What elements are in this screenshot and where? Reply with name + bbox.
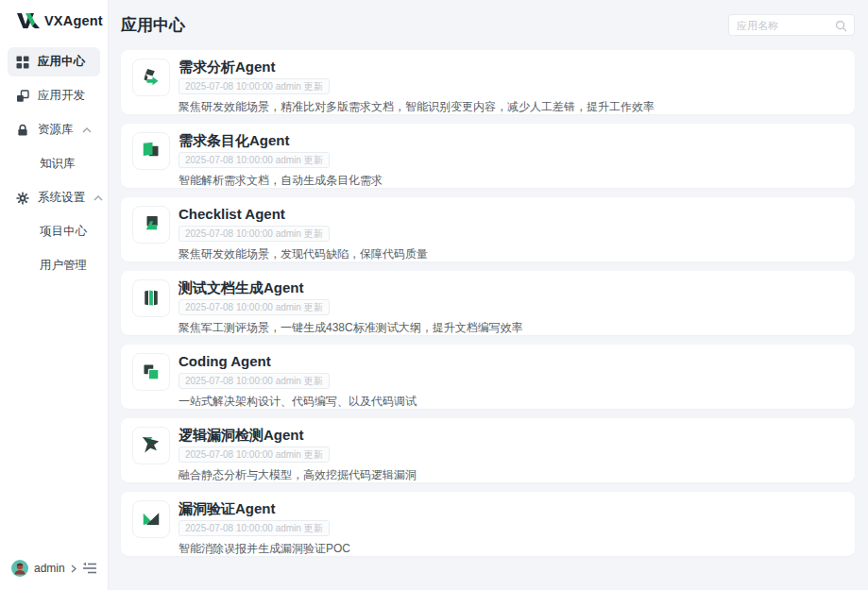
- card-description: 智能解析需求文档，自动生成条目化需求: [179, 174, 840, 187]
- username: admin: [34, 562, 65, 575]
- checklist-icon-box: [132, 206, 170, 244]
- lock-icon: [16, 124, 29, 137]
- sidebar-item-6[interactable]: 用户管理: [8, 251, 100, 280]
- card-title: 漏洞验证Agent: [179, 500, 840, 517]
- search-input[interactable]: [729, 15, 831, 35]
- card-body: 需求分析Agent 2025-07-08 10:00:00 admin 更新 聚…: [179, 59, 840, 113]
- card-description: 聚焦军工测评场景，一键生成438C标准测试大纲，提升文档编写效率: [179, 321, 840, 334]
- card-description: 聚焦研发效能场景，精准比对多版需求文档，智能识别变更内容，减少人工差错，提升工作…: [179, 100, 840, 113]
- sidebar-item-label: 应用中心: [38, 54, 85, 70]
- requirement-itemize-icon: [137, 137, 165, 165]
- logic-vuln-icon-box: [132, 427, 170, 464]
- requirement-itemize-icon-box: [132, 132, 170, 170]
- card-title: 需求分析Agent: [179, 59, 840, 76]
- card-body: 逻辑漏洞检测Agent 2025-07-08 10:00:00 admin 更新…: [179, 427, 840, 481]
- coding-icon: [137, 358, 165, 386]
- card-title: 需求条目化Agent: [179, 132, 840, 149]
- test-doc-icon-box: [132, 279, 170, 317]
- requirement-analysis-icon-box: [132, 59, 170, 96]
- brand: VXAgent: [0, 0, 108, 39]
- sidebar-menu: 应用中心 应用开发 资源库 知识库 系统设置 项目中心 用户管理: [0, 39, 108, 280]
- vuln-verify-icon: [137, 505, 165, 533]
- chevron-up-icon: [82, 127, 92, 133]
- card-meta: 2025-07-08 10:00:00 admin 更新: [179, 226, 330, 242]
- collapse-sidebar-button[interactable]: [82, 562, 97, 575]
- card-body: Checklist Agent 2025-07-08 10:00:00 admi…: [179, 206, 840, 261]
- card-meta: 2025-07-08 10:00:00 admin 更新: [179, 78, 330, 94]
- sidebar-item-4[interactable]: 系统设置: [8, 183, 100, 212]
- apps-icon: [16, 90, 29, 103]
- card[interactable]: 需求条目化Agent 2025-07-08 10:00:00 admin 更新 …: [121, 124, 855, 188]
- sidebar-item-label: 资源库: [38, 122, 74, 138]
- card[interactable]: Coding Agent 2025-07-08 10:00:00 admin 更…: [121, 345, 855, 409]
- grid-icon: [16, 56, 29, 69]
- sidebar-item-label: 应用开发: [38, 88, 85, 104]
- card-meta: 2025-07-08 10:00:00 admin 更新: [179, 520, 330, 536]
- brand-logo-icon: [17, 12, 40, 29]
- card-meta: 2025-07-08 10:00:00 admin 更新: [179, 447, 330, 463]
- search-box: [728, 14, 855, 36]
- brand-name: VXAgent: [44, 13, 103, 28]
- chevron-right-icon: [71, 565, 77, 573]
- card-body: 测试文档生成Agent 2025-07-08 10:00:00 admin 更新…: [179, 279, 840, 334]
- card-title: Checklist Agent: [179, 206, 840, 223]
- requirement-analysis-icon: [137, 63, 165, 92]
- card[interactable]: 需求分析Agent 2025-07-08 10:00:00 admin 更新 聚…: [121, 50, 855, 114]
- sidebar-item-2[interactable]: 资源库: [8, 115, 100, 144]
- card-description: 一站式解决架构设计、代码编写、以及代码调试: [179, 395, 840, 408]
- app-root: VXAgent 应用中心 应用开发 资源库 知识库 系统设置 项目中心 用户管理: [0, 0, 868, 590]
- sidebar-item-label: 系统设置: [38, 190, 85, 206]
- vuln-verify-icon-box: [132, 500, 170, 538]
- card-title: 逻辑漏洞检测Agent: [179, 427, 840, 444]
- card[interactable]: 测试文档生成Agent 2025-07-08 10:00:00 admin 更新…: [121, 271, 855, 335]
- chevron-up-icon: [94, 195, 103, 201]
- sidebar: VXAgent 应用中心 应用开发 资源库 知识库 系统设置 项目中心 用户管理: [0, 0, 109, 590]
- test-doc-icon: [137, 284, 165, 312]
- card[interactable]: Checklist Agent 2025-07-08 10:00:00 admi…: [121, 197, 855, 261]
- card-description: 融合静态分析与大模型，高效挖掘代码逻辑漏洞: [179, 468, 840, 481]
- coding-icon-box: [132, 353, 170, 391]
- sidebar-item-label: 项目中心: [40, 224, 87, 240]
- sidebar-item-label: 知识库: [40, 156, 76, 172]
- card-body: 漏洞验证Agent 2025-07-08 10:00:00 admin 更新 智…: [179, 500, 840, 555]
- card-body: Coding Agent 2025-07-08 10:00:00 admin 更…: [179, 353, 840, 408]
- sidebar-item-5[interactable]: 项目中心: [8, 217, 100, 246]
- sidebar-item-3[interactable]: 知识库: [8, 149, 100, 178]
- card-description: 智能消除误报并生成漏洞验证POC: [179, 542, 840, 555]
- card-meta: 2025-07-08 10:00:00 admin 更新: [179, 152, 330, 168]
- main-header: 应用中心: [121, 0, 855, 50]
- card-title: 测试文档生成Agent: [179, 279, 840, 296]
- card[interactable]: 逻辑漏洞检测Agent 2025-07-08 10:00:00 admin 更新…: [121, 418, 855, 482]
- card-title: Coding Agent: [179, 353, 840, 370]
- logic-vuln-icon: [137, 431, 165, 460]
- search-icon[interactable]: [835, 20, 847, 32]
- sidebar-item-0[interactable]: 应用中心: [8, 47, 100, 76]
- card-description: 聚焦研发效能场景，发现代码缺陷，保障代码质量: [179, 247, 840, 261]
- card-body: 需求条目化Agent 2025-07-08 10:00:00 admin 更新 …: [179, 132, 840, 187]
- card-meta: 2025-07-08 10:00:00 admin 更新: [179, 373, 330, 389]
- card[interactable]: 漏洞验证Agent 2025-07-08 10:00:00 admin 更新 智…: [121, 492, 855, 556]
- checklist-icon: [137, 211, 165, 239]
- sidebar-item-1[interactable]: 应用开发: [8, 81, 100, 110]
- main: 应用中心 需求分析Agent 2025-07-08 10:00:00 admin…: [109, 0, 868, 590]
- card-meta: 2025-07-08 10:00:00 admin 更新: [179, 299, 330, 315]
- card-list: 需求分析Agent 2025-07-08 10:00:00 admin 更新 聚…: [121, 50, 855, 556]
- sidebar-footer: admin: [0, 554, 108, 582]
- collapse-sidebar-icon: [82, 562, 97, 575]
- page-title: 应用中心: [121, 14, 185, 36]
- user-menu[interactable]: admin: [11, 560, 77, 577]
- sidebar-item-label: 用户管理: [40, 258, 87, 274]
- avatar: [11, 560, 28, 577]
- gear-icon: [16, 192, 29, 205]
